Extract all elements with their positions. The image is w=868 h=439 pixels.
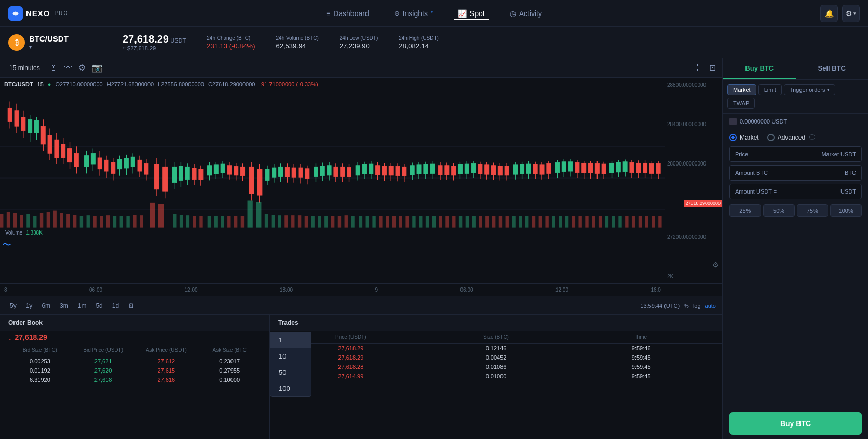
advanced-radio[interactable]: Advanced ⓘ	[767, 133, 815, 141]
price-value: Market USDT	[821, 151, 856, 157]
svg-rect-261	[472, 216, 476, 228]
svg-rect-48	[154, 164, 159, 189]
ticker-price-block: 27,618.29 USDT ≈ $27,618.29	[123, 33, 186, 51]
svg-rect-222	[208, 216, 211, 228]
amount-usdt-field[interactable]: Amount USDT = USDT	[729, 184, 862, 199]
auto-label: auto	[705, 303, 716, 309]
svg-rect-209	[106, 215, 110, 227]
notification-button[interactable]: 🔔	[820, 5, 838, 22]
main-layout: 15 minutes 🕯 〰 ⚙ 📷 ⛶ ⊡ BTC/USDT 15 ● O27…	[0, 58, 868, 439]
buy-tab[interactable]: Buy BTC	[723, 58, 796, 79]
pct-100-button[interactable]: 100%	[830, 204, 862, 217]
period-custom-button[interactable]: 🗓	[125, 300, 138, 311]
nav-dashboard[interactable]: ≡ Dashboard	[322, 7, 373, 20]
svg-rect-251	[405, 216, 409, 228]
chart-change: -91.71000000 (-0.33%)	[259, 81, 318, 87]
svg-rect-243	[351, 216, 354, 228]
col-bid-price: Bid Price (USDT)	[72, 347, 135, 353]
period-6m-button[interactable]: 6m	[38, 300, 54, 311]
svg-rect-70	[234, 166, 238, 175]
dropdown-item-50[interactable]: 50	[270, 364, 311, 380]
ticker-volume-stat: 24h Volume (BTC) 62,539.94	[276, 35, 319, 50]
period-1m-button[interactable]: 1m	[74, 300, 90, 311]
market-radio[interactable]: Market	[729, 134, 759, 141]
dropdown-item-10[interactable]: 10	[270, 348, 311, 364]
ask-size-1: 0.23017	[198, 358, 261, 364]
wave-icon[interactable]: 〜	[2, 239, 11, 251]
price-field[interactable]: Price Market USDT	[729, 146, 862, 162]
low-value: 27,239.90	[340, 42, 378, 50]
period-5d-button[interactable]: 5d	[92, 300, 106, 311]
pct-75-button[interactable]: 75%	[797, 204, 829, 217]
period-5y-button[interactable]: 5y	[6, 300, 20, 311]
time-label-4: 18:00	[280, 287, 293, 293]
nav-insights[interactable]: ⊕ Insights *	[390, 7, 437, 20]
col-trade-time: Time	[568, 334, 714, 340]
ticker-low-stat: 24h Low (USDT) 27,239.90	[340, 35, 378, 50]
svg-rect-211	[120, 216, 123, 228]
order-size-dropdown: 1 10 50 100	[270, 332, 311, 397]
svg-rect-88	[299, 168, 303, 177]
chart-type-button[interactable]: 〰	[64, 63, 72, 73]
period-1d-button[interactable]: 1d	[108, 300, 123, 311]
svg-rect-108	[369, 164, 373, 174]
table-row: 27,618.29 0.00452 9:59:45	[270, 353, 722, 362]
ticker-price-usd: ≈ $27,618.29	[123, 45, 186, 51]
svg-rect-278	[585, 216, 588, 228]
svg-rect-102	[347, 167, 351, 177]
pct-25-button[interactable]: 25%	[729, 204, 761, 217]
nav-spot-label: Spot	[470, 9, 485, 18]
chart-settings-gear[interactable]: ⚙	[712, 260, 719, 269]
pct-50-button[interactable]: 50%	[763, 204, 795, 217]
chart-toolbar: 15 minutes 🕯 〰 ⚙ 📷 ⛶ ⊡	[0, 58, 722, 78]
timeframe-button[interactable]: 15 minutes	[6, 63, 43, 73]
dropdown-item-100[interactable]: 100	[270, 380, 311, 396]
sell-tab[interactable]: Sell BTC	[796, 58, 869, 79]
svg-rect-148	[505, 166, 509, 175]
settings-button[interactable]: ⚙ ▾	[842, 5, 860, 22]
trade-size-4: 0.01000	[424, 373, 569, 379]
svg-rect-233	[284, 215, 288, 227]
svg-rect-50	[163, 167, 168, 191]
amount-btc-field[interactable]: Amount BTC BTC	[729, 165, 862, 181]
candle-type-button[interactable]: 🕯	[49, 63, 58, 73]
svg-rect-126	[430, 164, 435, 173]
dropdown-item-1[interactable]: 1	[270, 332, 311, 348]
svg-rect-195	[13, 213, 17, 228]
svg-rect-106	[362, 164, 367, 174]
col-ask-size: Ask Size (BTC	[198, 347, 261, 353]
order-book: Order Book ↓ 27,618.29 Bid Size (BTC) Bi…	[0, 315, 270, 439]
ticker-symbol[interactable]: ₿ BTC/USDT ▾	[8, 34, 102, 51]
fullscreen-button[interactable]: ⛶	[697, 63, 705, 73]
svg-rect-154	[527, 164, 531, 173]
svg-rect-82	[279, 167, 283, 176]
ask-size-2: 0.27955	[198, 367, 261, 374]
chart-settings-button[interactable]: ⚙	[78, 63, 86, 73]
period-1y-button[interactable]: 1y	[22, 300, 36, 311]
limit-order-button[interactable]: Limit	[758, 84, 782, 95]
svg-rect-122	[417, 165, 421, 174]
market-order-button[interactable]: Market	[727, 84, 756, 95]
time-label-3: 12:00	[185, 287, 198, 293]
nav-activity-label: Activity	[519, 9, 542, 18]
amount-usdt-label: Amount USDT =	[735, 188, 777, 195]
twap-button[interactable]: TWAP	[727, 98, 755, 109]
ticker-change-stat: 24h Change (BTC) 231.13 (-0.84%)	[207, 35, 255, 50]
trigger-orders-button[interactable]: Trigger orders ▾	[784, 84, 835, 95]
svg-rect-46	[144, 163, 148, 174]
trades-section: Trades Price (USDT) Size (BTC) Time 27,6…	[270, 315, 722, 439]
nav-activity[interactable]: ◷ Activity	[506, 7, 546, 20]
svg-rect-246	[372, 216, 375, 228]
svg-rect-66	[221, 164, 225, 173]
svg-rect-224	[221, 216, 224, 228]
svg-rect-62	[208, 166, 212, 175]
svg-rect-210	[113, 216, 116, 228]
nav-spot[interactable]: 📈 Spot	[454, 7, 489, 20]
screenshot-button[interactable]: 📷	[92, 63, 102, 73]
bottom-section: Order Book ↓ 27,618.29 Bid Size (BTC) Bi…	[0, 314, 722, 439]
buy-button[interactable]: Buy BTC	[729, 412, 862, 435]
table-row: 0.01192 27,620 27,615 0.27955	[0, 366, 269, 375]
period-3m-button[interactable]: 3m	[56, 300, 72, 311]
detach-button[interactable]: ⊡	[709, 63, 716, 73]
svg-rect-231	[272, 215, 275, 227]
